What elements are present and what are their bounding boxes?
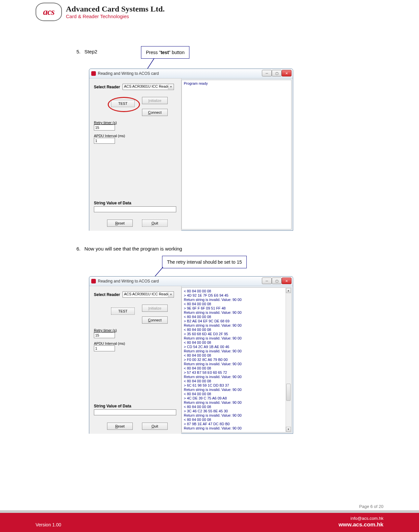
- brand-text: Advanced Card Systems Ltd. Card & Reader…: [66, 5, 165, 19]
- log-line: < 80 84 00 00 08: [184, 289, 289, 293]
- string-value-label: String Value of Data: [94, 404, 176, 408]
- log-ready-text: Program ready: [184, 81, 289, 86]
- initialize-button[interactable]: Initialize: [142, 97, 168, 104]
- log-line: Return string is invalid. Value: 90 00: [184, 413, 289, 418]
- footer-bar: Version 1.00 info@acs.com.hk www.acs.com…: [0, 513, 419, 532]
- apdu-interval-label: APDU Interval (ms): [94, 134, 125, 138]
- log-line: > B2 AE 04 EF 9C DE 68 69: [184, 319, 289, 323]
- chevron-down-icon[interactable]: ▼: [168, 84, 173, 89]
- brand-title: Advanced Card Systems Ltd.: [66, 5, 165, 14]
- test-button[interactable]: TEST: [111, 308, 135, 315]
- callout-retry-interval: The retry interval should be set to 15: [162, 256, 247, 268]
- window-body: Select Reader ACS ACR3901U ICC Reade ▼ T…: [89, 78, 293, 231]
- quit-button[interactable]: Quit: [142, 423, 168, 430]
- retry-timer-label: Retry timer (s): [94, 121, 117, 125]
- quit-button[interactable]: Quit: [142, 220, 168, 227]
- callout-press-test: Press "test" button: [141, 46, 189, 59]
- maximize-button[interactable]: ▢: [272, 278, 282, 284]
- select-reader-label: Select Reader: [94, 292, 120, 297]
- scroll-up-arrow[interactable]: ▲: [286, 288, 291, 293]
- reset-button[interactable]: Reset: [107, 220, 133, 227]
- log-line: > 4C DE 39 C 75 A6 09 A8: [184, 396, 289, 400]
- step-5: 5. Step2: [76, 49, 97, 54]
- log-line: Return string is invalid. Value: 90 00: [184, 310, 289, 315]
- window-favicon: [91, 279, 96, 283]
- left-panel: Select Reader ACS ACR3901U ICC Reade ▼ T…: [89, 286, 182, 434]
- reader-combo[interactable]: ACS ACR3901U ICC Reade ▼: [123, 291, 174, 298]
- log-line: < 80 84 00 00 08: [184, 353, 289, 358]
- brand-subtitle: Card & Reader Technologies: [66, 14, 165, 19]
- string-value-input[interactable]: [94, 409, 176, 415]
- scrollbar[interactable]: ▲ ▼: [286, 288, 291, 432]
- scroll-down-arrow[interactable]: ▼: [286, 427, 291, 432]
- log-line: < 80 84 00 00 08: [184, 328, 289, 332]
- retry-timer-input[interactable]: [94, 125, 115, 131]
- footer-url: www.acs.com.hk: [339, 521, 383, 528]
- initialize-button[interactable]: Initialize: [142, 305, 168, 312]
- app-window-1: Reading and Writing to ACOS card ─ ▢ ✕ S…: [89, 69, 293, 231]
- minimize-button[interactable]: ─: [262, 278, 272, 284]
- window-controls: ─ ▢ ✕: [262, 278, 292, 284]
- window-title: Reading and Writing to ACOS card: [98, 279, 159, 283]
- test-button[interactable]: TEST: [111, 100, 135, 107]
- window-controls: ─ ▢ ✕: [262, 70, 292, 76]
- chevron-down-icon[interactable]: ▼: [168, 292, 173, 297]
- connect-button[interactable]: Connect: [142, 109, 168, 116]
- grey-divider-bar: [0, 510, 419, 513]
- version-text: Version 1.00: [36, 522, 61, 527]
- retry-timer-input[interactable]: [94, 332, 115, 338]
- select-reader-label: Select Reader: [94, 85, 120, 89]
- log-line: Return string is invalid. Value: 90 00: [184, 336, 289, 340]
- log-line: > F0 00 32 8C A6 79 B0 00: [184, 358, 289, 362]
- string-value-input[interactable]: [94, 206, 176, 212]
- footer-email: info@acs.com.hk: [350, 516, 383, 521]
- apdu-interval-label: APDU Interval (ms): [94, 341, 125, 345]
- log-line: > 35 60 68 6D 4E D3 2F 95: [184, 332, 289, 336]
- log-line: < 80 84 00 00 08: [184, 379, 289, 383]
- log-line: > 3C 46 C2 36 55 8E 45 30: [184, 409, 289, 413]
- close-button[interactable]: ✕: [282, 278, 292, 284]
- window-titlebar[interactable]: Reading and Writing to ACOS card ─ ▢ ✕: [89, 277, 293, 286]
- scroll-thumb[interactable]: [286, 384, 291, 401]
- minimize-button[interactable]: ─: [262, 70, 272, 76]
- connect-button[interactable]: Connect: [142, 316, 168, 324]
- log-line: Return string is invalid. Value: 90 00: [184, 388, 289, 392]
- apdu-interval-input[interactable]: [94, 138, 115, 144]
- log-line: < 80 84 00 00 08: [184, 405, 289, 409]
- log-line: Return string is invalid. Value: 90 00: [184, 323, 289, 328]
- window-titlebar[interactable]: Reading and Writing to ACOS card ─ ▢ ✕: [89, 69, 293, 78]
- log-line: > 6C 61 98 59 1C DD B3 37: [184, 383, 289, 388]
- log-line: < 80 84 00 00 08: [184, 315, 289, 319]
- reader-combo[interactable]: ACS ACR3901U ICC Reade ▼: [123, 84, 174, 90]
- step-5-number: 5.: [76, 49, 83, 54]
- log-line: Return string is invalid. Value: 90 00: [184, 426, 289, 430]
- document-page: acs Advanced Card Systems Ltd. Card & Re…: [0, 0, 419, 532]
- window-favicon: [91, 71, 96, 76]
- close-button[interactable]: ✕: [282, 70, 292, 76]
- log-line: > 4D 92 1E 7F D5 E6 94 45: [184, 293, 289, 298]
- window-body: Select Reader ACS ACR3901U ICC Reade ▼ T…: [89, 286, 293, 434]
- log-line: Return string is invalid. Value: 90 00: [184, 375, 289, 379]
- log-line: < 80 84 00 00 08: [184, 418, 289, 422]
- maximize-button[interactable]: ▢: [272, 70, 282, 76]
- retry-timer-label: Retry timer (s): [94, 328, 117, 332]
- log-line: < 80 84 00 00 08: [184, 302, 289, 306]
- log-line: Return string is invalid. Value: 90 00: [184, 349, 289, 353]
- step-6-text: Now you will see that the program is wor…: [84, 246, 182, 251]
- log-line: Return string is invalid. Value: 90 00: [184, 362, 289, 366]
- left-panel: Select Reader ACS ACR3901U ICC Reade ▼ T…: [89, 78, 182, 231]
- window-title: Reading and Writing to ACOS card: [98, 71, 159, 76]
- reset-button[interactable]: Reset: [107, 423, 133, 430]
- log-line: Return string is invalid. Value: 90 00: [184, 400, 289, 405]
- log-line: > 9E 6F F 6F 09 51 FF 48: [184, 306, 289, 310]
- step-6-number: 6.: [76, 246, 83, 251]
- step-6: 6. Now you will see that the program is …: [76, 246, 182, 251]
- app-window-2: Reading and Writing to ACOS card ─ ▢ ✕ S…: [89, 276, 293, 434]
- log-line: Return string is invalid. Value: 90 00: [184, 298, 289, 302]
- log-line: < 80 84 00 00 08: [184, 340, 289, 345]
- log-line: > 57 43 B7 58 E0 60 65 72: [184, 370, 289, 375]
- log-panel-2: < 80 84 00 00 08> 4D 92 1E 7F D5 E6 94 4…: [182, 287, 292, 432]
- apdu-interval-input[interactable]: [94, 345, 115, 351]
- log-panel-1: Program ready: [182, 80, 292, 229]
- brand-header: acs Advanced Card Systems Ltd. Card & Re…: [36, 3, 165, 21]
